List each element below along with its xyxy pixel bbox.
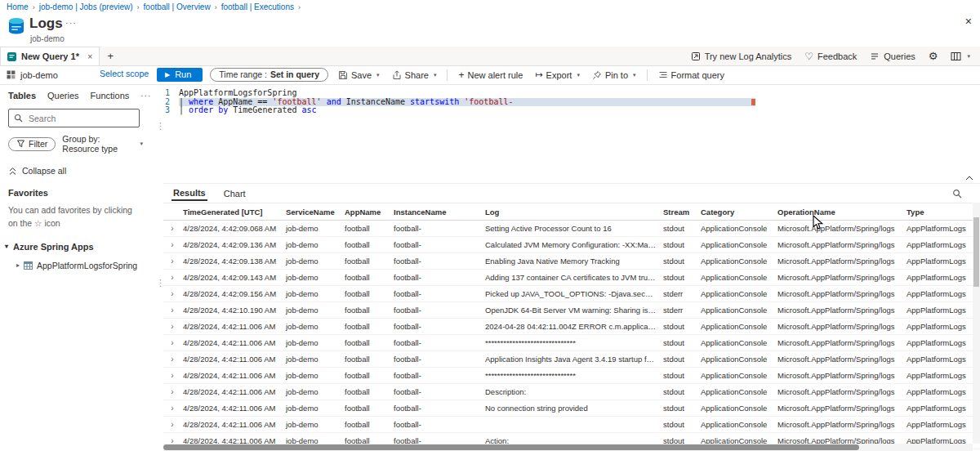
vertical-scrollbar-thumb[interactable] [973,217,979,287]
results-body: ›4/28/2024, 4:42:09.068 AMjob-demofootba… [163,221,980,449]
time-range-picker[interactable]: Time range : Set in query [210,68,328,82]
gear-icon[interactable]: ⚙ [929,50,938,62]
tree-group-azure-spring-apps[interactable]: ▾ Azure Spring Apps [5,242,143,252]
export-button[interactable]: ↦ Export ▾ [532,69,582,80]
table-row[interactable]: ›4/28/2024, 4:42:11.006 AMjob-demofootba… [163,368,980,384]
select-scope-link[interactable]: Select scope [100,69,149,78]
collapse-editor-icon[interactable] [965,176,973,181]
chevron-down-icon: ▾ [140,141,143,147]
cell: football- [392,322,483,331]
new-alert-rule-label: New alert rule [468,70,523,80]
token-kw: and [327,97,341,106]
breadcrumb-link[interactable]: Home [7,2,29,11]
query-editor[interactable]: 1AppPlatformLogsforSpring2| where AppNam… [152,85,980,187]
title-more-icon[interactable]: ··· [65,18,77,28]
breadcrumb-link[interactable]: football | Overview [144,2,211,11]
pin-to-button[interactable]: Pin to ▾ [590,70,639,80]
column-header[interactable]: Stream [662,208,699,217]
row-expand-icon[interactable]: › [163,240,181,249]
sidebar-search[interactable] [8,109,140,127]
tree-collapsed-icon: ▸ [16,261,20,269]
editor-line[interactable]: 2| where AppName == 'football' and Insta… [152,98,980,107]
row-expand-icon[interactable]: › [163,322,181,331]
cell: ApplicationConsole [699,371,776,380]
filter-button[interactable]: Filter [8,137,56,151]
new-tab-button[interactable]: + [100,47,121,65]
column-header[interactable]: Log [483,208,662,217]
format-query-button[interactable]: Format query [656,70,727,80]
row-expand-icon[interactable]: › [163,404,181,413]
tab-results[interactable]: Results [172,185,207,201]
cell: job-demo [284,420,343,429]
queries-button[interactable]: Queries [870,51,915,61]
column-header[interactable]: TimeGenerated [UTC] [181,208,284,217]
tree-item-appplatformlogsforspring[interactable]: ▸ AppPlatformLogsforSpring [16,261,143,270]
queries-label: Queries [884,51,915,61]
row-expand-icon[interactable]: › [163,355,181,364]
column-header[interactable]: OperationName [776,208,905,217]
table-row[interactable]: ›4/28/2024, 4:42:09.138 AMjob-demofootba… [163,253,980,270]
row-expand-icon[interactable]: › [163,289,181,298]
save-button[interactable]: Save ▾ [336,70,382,80]
table-row[interactable]: ›4/28/2024, 4:42:11.006 AMjob-demofootba… [163,417,980,433]
row-expand-icon[interactable]: › [163,338,181,347]
group-by-selector[interactable]: Group by: Resource type ▾ [62,134,143,154]
collapse-all-button[interactable]: Collapse all [8,166,143,176]
table-row[interactable]: ›4/28/2024, 4:42:11.006 AMjob-demofootba… [163,335,980,351]
cell: Microsoft.AppPlatform/Spring/logs [776,306,905,315]
editor-line[interactable]: 3| order by TimeGenerated asc [152,106,980,115]
cell: football- [392,355,483,364]
cell: AppPlatformLogs [905,273,980,282]
column-header[interactable]: InstanceName [392,208,483,217]
table-row[interactable]: ›4/28/2024, 4:42:10.190 AMjob-demofootba… [163,302,980,319]
tab-close-icon[interactable]: × [87,51,92,61]
new-alert-rule-button[interactable]: + New alert rule [456,69,525,81]
cell: job-demo [284,289,343,298]
horizontal-scrollbar-thumb[interactable] [163,444,859,450]
row-expand-icon[interactable]: › [163,306,181,315]
try-new-log-analytics-button[interactable]: Try new Log Analytics [691,51,792,61]
share-button[interactable]: Share ▾ [390,70,439,80]
sidebar-more-icon[interactable]: ··· [140,92,151,100]
table-row[interactable]: ›4/28/2024, 4:42:11.006 AMjob-demofootba… [163,351,980,368]
vertical-scrollbar[interactable] [973,203,980,444]
cell: ApplicationConsole [699,404,776,413]
column-header[interactable]: Category [699,208,776,217]
time-range-label: Time range : [219,69,267,79]
table-row[interactable]: ›4/28/2024, 4:42:09.136 AMjob-demofootba… [163,237,980,253]
favorites-heading: Favorites [8,188,143,198]
breadcrumb-link[interactable]: football | Executions [221,2,294,11]
sidebar-tab-tables[interactable]: Tables [8,91,36,100]
feedback-button[interactable]: ♡ Feedback [804,51,857,62]
column-header[interactable]: Type [905,208,980,217]
table-row[interactable]: ›4/28/2024, 4:42:11.006 AMjob-demofootba… [163,319,980,335]
cell: football [343,224,392,233]
row-expand-icon[interactable]: › [163,257,181,266]
table-row[interactable]: ›4/28/2024, 4:42:09.068 AMjob-demofootba… [163,221,980,237]
column-header[interactable]: AppName [343,208,392,217]
tree-item-label: AppPlatformLogsforSpring [37,261,137,270]
run-button[interactable]: ▶ Run [157,68,203,82]
sidebar-tab-functions[interactable]: Functions [91,91,130,100]
breadcrumb-link[interactable]: job-demo | Jobs (preview) [39,2,133,11]
pane-resize-handle[interactable]: ⋮ [156,121,165,132]
row-expand-icon[interactable]: › [163,273,181,282]
table-row[interactable]: ›4/28/2024, 4:42:09.143 AMjob-demofootba… [163,270,980,286]
table-row[interactable]: ›4/28/2024, 4:42:09.156 AMjob-demofootba… [163,286,980,302]
scope-picker[interactable]: job-demo [7,65,58,84]
search-input[interactable] [27,113,134,124]
tab-chart[interactable]: Chart [222,186,247,200]
table-row[interactable]: ›4/28/2024, 4:42:11.006 AMjob-demofootba… [163,384,980,400]
row-expand-icon[interactable]: › [163,224,181,233]
horizontal-scrollbar[interactable] [163,444,973,451]
columns-view-button[interactable]: ▾ [951,51,970,61]
results-search-icon[interactable] [952,189,962,199]
sidebar-tab-queries[interactable]: Queries [47,91,79,100]
row-expand-icon[interactable]: › [163,420,181,429]
row-expand-icon[interactable]: › [163,387,181,396]
table-row[interactable]: ›4/28/2024, 4:42:11.006 AMjob-demofootba… [163,400,980,417]
close-icon[interactable]: × [965,15,972,28]
column-header[interactable]: ServiceName [284,208,343,217]
row-expand-icon[interactable]: › [163,371,181,380]
query-tab[interactable]: New Query 1* × [0,47,100,65]
